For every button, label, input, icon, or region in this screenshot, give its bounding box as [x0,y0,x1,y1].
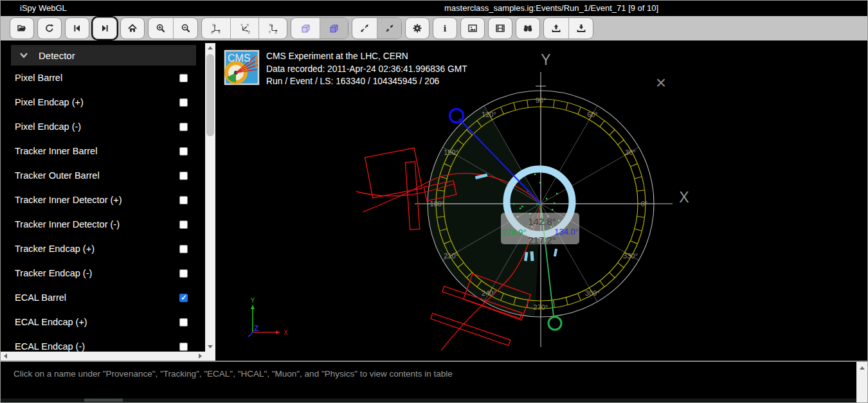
sidebar-item-ecal-endcap[interactable]: ECAL Endcap (+) [1,310,205,334]
sidebar-item-label: Tracker Endcap (+) [15,244,95,254]
angle-label: 330° [623,252,638,260]
event-header-line1: CMS Experiment at the LHC, CERN [266,51,408,61]
title-bar: iSpy WebGL masterclass_samples.ig:Events… [1,1,867,16]
app-title: iSpy WebGL [20,3,67,13]
settings-button[interactable] [405,17,429,39]
sidebar-vertical-scrollbar[interactable] [205,43,215,352]
checkbox-tracker-endcap[interactable] [179,269,188,278]
info-icon: i [440,23,450,33]
ecal-hit-dot [554,202,555,204]
orthographic-view-button[interactable] [320,18,348,39]
chevron-down-icon [19,52,28,58]
previous-event-button[interactable] [65,17,89,39]
close-overlay-icon[interactable]: × [656,73,666,93]
checkbox-tracker-endcap[interactable] [179,245,188,253]
status-message: Click on a name under "Provenance", "Tra… [14,369,453,379]
checkbox-pixel-barrel[interactable] [179,74,188,82]
checkbox-ecal-endcap[interactable] [179,343,188,351]
open-file-button[interactable] [10,17,34,39]
table-scroll-up-arrow-icon[interactable] [856,363,867,372]
angle-label: 90° [536,96,547,104]
animation-button[interactable] [488,17,512,39]
scroll-up-arrow-icon[interactable] [205,43,215,53]
screenshot-button[interactable] [460,17,485,39]
sidebar-item-tracker-inner-detector[interactable]: Tracker Inner Detector (-) [1,212,205,237]
sidebar-item-label: ECAL Barrel [15,292,66,303]
ecal-ring-tick [600,121,604,127]
home-view-button[interactable] [120,17,145,39]
sidebar-item-tracker-endcap[interactable]: Tracker Endcap (+) [1,237,205,261]
ortho-view-2-button[interactable]: YXZ [230,18,258,39]
zoom-in-button[interactable] [149,18,173,39]
ispy-window: iSpy WebGL masterclass_samples.ig:Events… [0,0,868,403]
enlarge-button[interactable] [352,18,377,39]
angle-label: 300° [585,289,600,297]
sidebar-item-pixel-endcap[interactable]: Pixel Endcap (-) [1,114,205,139]
table-vertical-scrollbar[interactable] [856,362,867,403]
table-horizontal-scrollbar[interactable] [1,399,856,402]
angle-measurement-overlay: 142.8° 276.9° 134.0° 217.2° [501,213,579,246]
info-button[interactable]: i [433,17,457,39]
ecal-ring-tick [600,281,604,287]
ecal-hit-dot [539,182,541,183]
checkbox-ecal-endcap[interactable] [179,318,188,327]
muon-chamber-box[interactable] [365,148,422,198]
ecal-ring-tick [610,130,615,135]
next-event-button[interactable] [93,17,117,39]
scroll-down-arrow-icon[interactable] [205,342,215,352]
ecal-ring-tick [566,103,568,111]
checkbox-pixel-endcap[interactable] [179,98,188,107]
event-header-line2: Data recorded: 2011-Apr-24 02:36:41.9968… [266,64,467,74]
ecal-hit-dot [556,193,557,194]
upload-button[interactable] [544,18,568,39]
sidebar-item-tracker-inner-detector[interactable]: Tracker Inner Detector (+) [1,188,205,212]
axes-xyz-icon: XYZ [267,22,279,34]
download-button[interactable] [568,18,593,39]
checkbox-tracker-inner-detector[interactable] [179,220,188,229]
scroll-right-arrow-icon[interactable] [195,352,205,361]
zoom-out-button[interactable] [173,18,197,39]
measure-angle-bottom: 217.2° [528,235,556,246]
cms-logo: CMS [225,51,258,84]
green-muon-marker[interactable] [548,317,561,330]
sidebar-vscroll-thumb[interactable] [206,54,214,136]
table-hscroll-thumb[interactable] [84,399,123,402]
shrink-button[interactable] [377,18,401,39]
ortho-view-3-button[interactable]: XYZ [258,18,287,39]
home-icon [127,23,138,33]
ortho-view-1-button[interactable]: YZX [202,18,230,39]
checkbox-ecal-barrel[interactable] [179,294,188,302]
blue-muon-marker[interactable] [450,109,464,123]
sidebar-item-tracker-outer-barrel[interactable]: Tracker Outer Barrel [1,163,205,188]
sidebar-item-pixel-barrel[interactable]: Pixel Barrel [1,66,205,90]
checkbox-tracker-inner-detector[interactable] [179,196,188,204]
sidebar-item-pixel-endcap[interactable]: Pixel Endcap (+) [1,90,205,114]
checkbox-pixel-endcap[interactable] [179,123,188,131]
event-file-title: masterclass_samples.ig:Events/Run_1/Even… [444,3,658,13]
muon-chamber-box[interactable] [431,313,511,345]
content-area: Detector Pixel BarrelPixel Endcap (+)Pix… [1,43,867,361]
checkbox-tracker-inner-barrel[interactable] [179,147,188,156]
search-button[interactable] [516,17,540,39]
svg-text:X: X [246,23,249,27]
gizmo-y-label: Y [251,297,255,304]
sidebar-item-ecal-endcap[interactable]: ECAL Endcap (-) [1,334,205,352]
sidebar-item-ecal-barrel[interactable]: ECAL Barrel [1,285,205,310]
detector-group-header[interactable]: Detector [11,45,196,66]
svg-text:Y: Y [212,23,215,27]
event-display-canvas[interactable]: 0°30°60°90°120°150°180°210°240°270°300°3… [215,43,867,361]
svg-text:Y: Y [268,30,271,34]
reload-button[interactable] [37,17,62,39]
sidebar-item-tracker-inner-barrel[interactable]: Tracker Inner Barrel [1,139,205,163]
axes-yxz-icon: YXZ [239,22,251,34]
scroll-left-arrow-icon[interactable] [1,352,10,361]
checkbox-tracker-outer-barrel[interactable] [179,172,188,180]
muon-chamber-box[interactable] [405,162,419,230]
y-axis-label: Y [541,51,550,68]
measure-angle-top: 142.8° [528,216,556,227]
sidebar-item-tracker-endcap[interactable]: Tracker Endcap (-) [1,261,205,285]
ecal-ring-tick [635,229,642,231]
perspective-view-button[interactable] [291,18,320,39]
sidebar-horizontal-scrollbar[interactable] [1,352,205,361]
binoculars-icon [523,23,533,33]
